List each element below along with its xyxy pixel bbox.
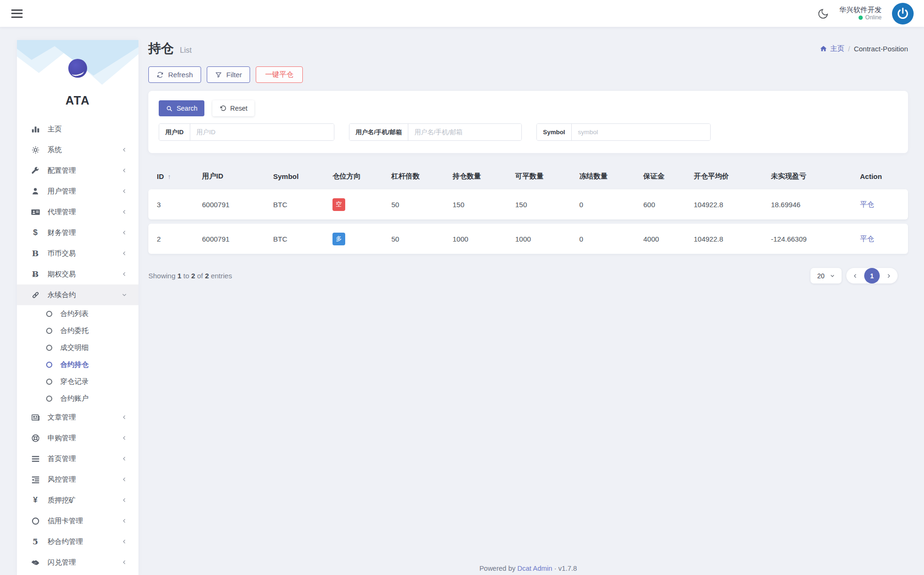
cell-symbol: BTC: [273, 235, 332, 243]
sidebar-item-articles[interactable]: 文章管理: [17, 407, 138, 428]
reset-button[interactable]: Reset: [212, 100, 255, 116]
field-label: 用户名/手机/邮箱: [349, 124, 408, 140]
sidebar-item-second-contract[interactable]: 5 秒合约管理: [17, 531, 138, 552]
chevron-left-icon: [122, 518, 127, 524]
page-size-select[interactable]: 20: [811, 268, 842, 283]
newspaper-icon: [30, 413, 41, 422]
home-icon: [819, 45, 827, 53]
sidebar: ATA 主页 系统: [17, 40, 138, 575]
column-header: 仓位方向: [332, 172, 391, 181]
sidebar-item-credit-card[interactable]: 信用卡管理: [17, 510, 138, 531]
chevron-left-icon: [122, 435, 127, 441]
column-header-id[interactable]: ID↑: [157, 172, 202, 180]
refresh-button[interactable]: Refresh: [148, 66, 201, 83]
wrench-icon: [30, 166, 41, 175]
cell-margin: 600: [643, 201, 694, 209]
filter-icon: [215, 71, 222, 79]
sidebar-item-system[interactable]: 系统: [17, 139, 138, 160]
chevron-left-icon: [122, 271, 127, 277]
sort-asc-icon[interactable]: ↑: [168, 173, 171, 180]
chevron-left-icon: [122, 414, 127, 420]
gear-icon: [30, 146, 41, 154]
undo-icon: [219, 105, 227, 112]
page-subtitle: List: [180, 46, 192, 55]
cell-avg-price: 104922.8: [694, 235, 771, 243]
column-header: 开仓平均价: [694, 172, 771, 181]
close-position-link[interactable]: 平仓: [860, 235, 874, 243]
cell-unrealized-pnl: 18.69946: [771, 201, 860, 209]
sidebar-subitem-liquidation-records[interactable]: 穿仓记录: [17, 373, 138, 390]
brand-name: ATA: [17, 94, 138, 107]
cell-leverage: 50: [391, 235, 453, 243]
sidebar-item-users[interactable]: 用户管理: [17, 181, 138, 202]
table-row: 2 6000791 BTC 多 50 1000 1000 0 4000 1049…: [148, 224, 908, 254]
filter-field-username: 用户名/手机/邮箱: [349, 123, 522, 141]
sidebar-item-risk-control[interactable]: 风控管理: [17, 469, 138, 490]
username-phone-email-input[interactable]: [408, 124, 521, 140]
sidebar-menu: 主页 系统 配置管理: [17, 107, 138, 573]
cell-leverage: 50: [391, 201, 453, 209]
letter-b-icon: B: [30, 249, 41, 258]
sidebar-subitem-contract-accounts[interactable]: 合约账户: [17, 390, 138, 407]
bitcoin-icon: Ƀ: [30, 269, 41, 279]
filter-panel: Search Reset 用户ID 用户名/手机/邮箱 Symbol: [148, 91, 908, 153]
cell-avg-price: 104922.8: [694, 201, 771, 209]
sidebar-logo: [17, 40, 138, 93]
column-header: 可平数量: [515, 172, 579, 181]
user-status: Online: [839, 14, 882, 21]
sidebar-item-flash-exchange[interactable]: 闪兑管理: [17, 552, 138, 573]
sidebar-item-config[interactable]: 配置管理: [17, 160, 138, 181]
handshake-icon: [30, 558, 41, 567]
sidebar-item-subscription[interactable]: 申购管理: [17, 428, 138, 448]
sidebar-item-options-trading[interactable]: Ƀ 期权交易: [17, 264, 138, 284]
cell-id: 2: [157, 235, 202, 243]
sidebar-subitem-trade-details[interactable]: 成交明细: [17, 339, 138, 356]
sidebar-toggle-icon[interactable]: [11, 9, 23, 18]
next-page-icon[interactable]: [886, 273, 892, 279]
column-header: 冻结数量: [579, 172, 643, 181]
life-ring-icon: [30, 434, 41, 443]
column-header: 未实现盈亏: [771, 172, 860, 181]
user-menu[interactable]: 华兴软件开发 Online: [839, 6, 882, 22]
chevron-left-icon: [122, 188, 127, 194]
close-position-link[interactable]: 平仓: [860, 200, 874, 208]
symbol-input[interactable]: [572, 124, 710, 140]
sidebar-item-home[interactable]: 主页: [17, 119, 138, 139]
chevron-left-icon: [122, 539, 127, 544]
sidebar-item-staking-mining[interactable]: ¥ 质押挖矿: [17, 490, 138, 510]
cell-user-id: 6000791: [202, 235, 273, 243]
user-id-input[interactable]: [190, 124, 334, 140]
filter-button[interactable]: Filter: [207, 66, 250, 83]
dcat-admin-link[interactable]: Dcat Admin: [518, 565, 552, 572]
circle-bullet-icon: [46, 379, 52, 385]
breadcrumb-current: Contract-Position: [854, 45, 908, 53]
sidebar-subitem-contract-list[interactable]: 合约列表: [17, 305, 138, 322]
refresh-icon: [156, 71, 164, 79]
sidebar-subitem-contract-positions[interactable]: 合约持仓: [17, 356, 138, 373]
search-button[interactable]: Search: [159, 100, 204, 116]
previous-page-icon[interactable]: [852, 273, 858, 279]
column-header: Action: [860, 172, 900, 180]
sidebar-item-finance[interactable]: $ 财务管理: [17, 222, 138, 243]
table-row: 3 6000791 BTC 空 50 150 150 0 600 104922.…: [148, 189, 908, 219]
direction-badge-long: 多: [332, 233, 345, 245]
current-page-button[interactable]: 1: [864, 268, 880, 283]
sidebar-item-agents[interactable]: 代理管理: [17, 202, 138, 222]
field-label: 用户ID: [159, 124, 190, 140]
cell-closable: 150: [515, 201, 579, 209]
sidebar-item-spot-trading[interactable]: B 币币交易: [17, 243, 138, 264]
avatar[interactable]: [892, 3, 914, 24]
breadcrumb-home-link[interactable]: 主页: [819, 44, 844, 53]
column-header: 持仓数量: [453, 172, 515, 181]
powered-by-footer: Powered by Dcat Admin · v1.7.8: [148, 565, 908, 572]
dark-mode-toggle-icon[interactable]: [818, 8, 829, 19]
cell-position: 150: [453, 201, 515, 209]
sidebar-subitem-contract-orders[interactable]: 合约委托: [17, 322, 138, 339]
close-all-positions-button[interactable]: 一键平仓: [256, 66, 303, 83]
sidebar-item-perpetual-contract[interactable]: 永续合约: [17, 284, 138, 305]
breadcrumb: 主页 / Contract-Position: [819, 44, 908, 53]
table-footer: Showing 1 to 2 of 2 entries 20 1: [148, 268, 908, 283]
five-icon: 5: [30, 537, 41, 546]
sidebar-item-homepage[interactable]: 首页管理: [17, 448, 138, 469]
column-header: 保证金: [643, 172, 694, 181]
